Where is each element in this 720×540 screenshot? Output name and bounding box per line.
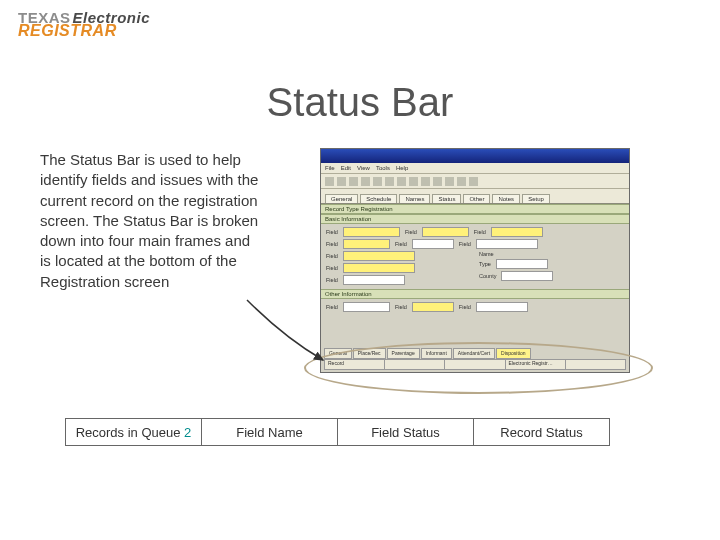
tab: General: [325, 194, 358, 203]
tab: General: [324, 348, 352, 359]
tab: Schedule: [360, 194, 397, 203]
bottom-tabbar: General Place/Rec Parentage Informant At…: [324, 348, 626, 359]
tab: Disposition: [496, 348, 530, 359]
tab: Other: [463, 194, 490, 203]
status-cell: Record: [325, 360, 385, 369]
menu-item: File: [325, 165, 335, 171]
menu-item: Help: [396, 165, 408, 171]
tab: Attendant/Cert: [453, 348, 495, 359]
tab: Setup: [522, 194, 550, 203]
tab: Informant: [421, 348, 452, 359]
slide: TEXASElectronic REGISTRAR Status Bar The…: [0, 0, 720, 540]
frame-records-in-queue: Records in Queue 2: [66, 419, 202, 446]
toolbar: [321, 174, 629, 189]
tab: Place/Rec: [353, 348, 386, 359]
frame-field-name: Field Name: [202, 419, 338, 446]
status-frames-table: Records in Queue 2 Field Name Field Stat…: [65, 418, 610, 446]
menu-item: View: [357, 165, 370, 171]
app-screenshot: File Edit View Tools Help General Schedu…: [320, 148, 630, 373]
frame-count: 2: [184, 425, 191, 440]
top-tabbar: General Schedule Names Status Other Note…: [321, 189, 629, 204]
frame-label: Records in Queue: [76, 425, 181, 440]
menubar: File Edit View Tools Help: [321, 163, 629, 174]
body-text: The Status Bar is used to help identify …: [40, 150, 265, 292]
tab: Names: [399, 194, 430, 203]
form-area-basic: FieldFieldField FieldFieldField Field Fi…: [321, 224, 629, 289]
section-header: Basic Information: [321, 214, 629, 224]
menu-item: Edit: [341, 165, 351, 171]
section-header: Other Information: [321, 289, 629, 299]
status-cell: [566, 360, 625, 369]
tab: Parentage: [387, 348, 420, 359]
tab: Notes: [492, 194, 520, 203]
status-cell: [385, 360, 445, 369]
frame-record-status: Record Status: [474, 419, 610, 446]
slide-title: Status Bar: [0, 80, 720, 125]
status-cell: Electronic Registr…: [506, 360, 566, 369]
section-header: Record Type Registration: [321, 204, 629, 214]
form-area-other: FieldFieldField: [321, 299, 629, 316]
status-cell: [445, 360, 505, 369]
frame-field-status: Field Status: [338, 419, 474, 446]
menu-item: Tools: [376, 165, 390, 171]
logo: TEXASElectronic REGISTRAR: [18, 10, 150, 39]
app-statusbar: Record Electronic Registr…: [324, 359, 626, 370]
tab: Status: [432, 194, 461, 203]
window-titlebar: [321, 149, 629, 163]
